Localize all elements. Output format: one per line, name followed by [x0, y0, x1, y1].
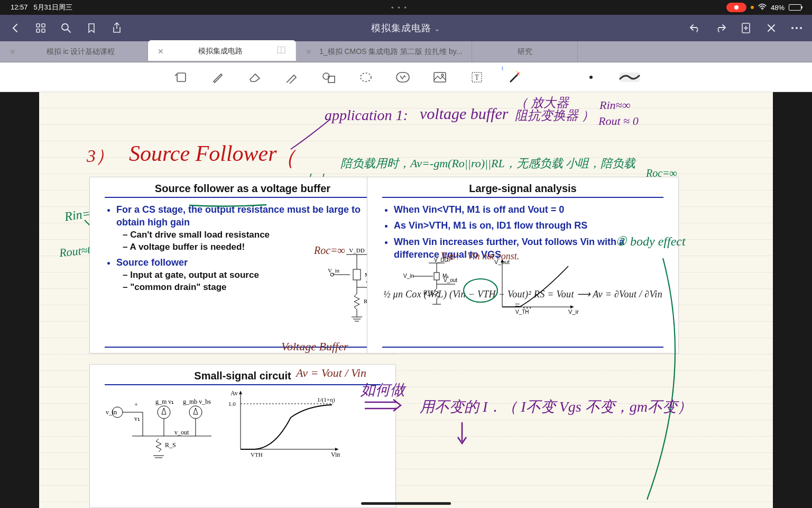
svg-text:g_mb v_bs: g_mb v_bs — [183, 398, 211, 405]
svg-text:V_TH: V_TH — [515, 309, 529, 315]
pen-stroke-preview[interactable] — [619, 72, 640, 82]
screen-record-indicator[interactable] — [726, 3, 746, 12]
tab-bar: ✕ 模拟 ic 设计基础课程 ✕ 模拟集成电路 ✕ 1_模拟 CMOS 集成电路… — [0, 41, 812, 62]
svg-point-22 — [517, 72, 519, 75]
svg-text:v₁: v₁ — [134, 415, 140, 422]
svg-text:v_in: v_in — [106, 409, 117, 416]
back-button[interactable] — [10, 22, 21, 34]
svg-text:V_DD: V_DD — [349, 247, 364, 253]
redo-button[interactable] — [715, 22, 726, 34]
hand-heading-num: 3） — [87, 144, 114, 168]
slide-voltage-buffer: Source follower as a voltage buffer For … — [89, 177, 396, 353]
tab-label: 模拟 ic 设计基础课程 — [23, 47, 138, 57]
sticker-tool-icon[interactable] — [394, 68, 412, 86]
text-tool-icon[interactable]: T — [468, 68, 486, 86]
svg-point-19 — [441, 74, 444, 76]
hand-note-top: 陪负载用时，Av=-gm(Ro||ro)||RL，无感负载 小咀，陪负载 — [340, 156, 635, 171]
hand-not-const: Vin not const. — [467, 251, 519, 262]
document-title[interactable]: 模拟集成电路 — [136, 22, 676, 34]
image-tool-icon[interactable] — [431, 68, 449, 86]
hand-app1b: voltage buffer — [420, 105, 508, 123]
svg-line-6 — [68, 30, 70, 32]
nav-right-group — [689, 22, 802, 34]
hand-down-arrow — [451, 420, 473, 447]
tab-item-0[interactable]: ✕ 模拟 ic 设计基础课程 — [0, 41, 148, 62]
svg-text:1/(1+η): 1/(1+η) — [317, 396, 335, 403]
hand-vgs: Vgs↑ — [441, 251, 460, 262]
close-icon[interactable]: ✕ — [10, 48, 16, 56]
sub-bullet: Can't drive small load resistance — [116, 229, 381, 241]
battery-percent: 48% — [771, 4, 785, 12]
svg-text:V_in: V_in — [568, 309, 579, 315]
svg-text:Av: Av — [230, 389, 238, 397]
wifi-icon — [758, 4, 767, 12]
tab-item-3[interactable]: 研究 — [472, 41, 578, 62]
svg-marker-82 — [239, 391, 242, 394]
pen-color-swatch[interactable] — [582, 68, 600, 86]
svg-point-11 — [796, 27, 798, 29]
svg-point-0 — [762, 8, 763, 10]
close-button[interactable] — [765, 22, 777, 34]
canvas-area[interactable]: 3） Source Follower （ application 1: volt… — [0, 92, 812, 508]
lasso-tool-icon[interactable] — [357, 68, 375, 86]
hand-bracket: （ 放大器阻抗变换器 ） — [515, 96, 594, 122]
svg-text:VTH: VTH — [251, 451, 263, 458]
laser-pointer-tool-icon[interactable]: ᚼ — [505, 68, 523, 86]
hand-how: 如何做 — [361, 380, 405, 400]
svg-text:Vin: Vin — [331, 451, 340, 458]
svg-text:R_S: R_S — [423, 290, 434, 296]
eraser-tool-icon[interactable] — [246, 68, 264, 86]
status-right: 48% — [726, 3, 801, 12]
status-bar: 12:57 5月31日周三 • • • 48% — [0, 0, 812, 15]
vout-vin-plot: V_in V_out V_TH — [494, 257, 579, 315]
hand-rdc: Roc=∞ — [314, 244, 345, 257]
svg-text:g_m v₁: g_m v₁ — [155, 398, 174, 405]
hand-av-ratio: Av = Vout / Vin — [296, 366, 366, 380]
slide-title: Source follower as a voltage buffer — [105, 183, 381, 198]
svg-text:+: + — [134, 401, 138, 409]
svg-rect-26 — [353, 269, 361, 280]
app-toolbar: 模拟集成电路 — [0, 15, 812, 41]
status-date: 5月31日周三 — [33, 3, 72, 11]
svg-marker-66 — [162, 408, 166, 414]
status-time-date: 12:57 5月31日周三 — [11, 3, 72, 12]
svg-text:V_in: V_in — [328, 267, 340, 274]
svg-rect-42 — [434, 273, 439, 280]
hand-app1: application 1: — [325, 107, 408, 124]
slide-bullet: As Vin>VTH, M1 is on, ID1 flow through R… — [394, 219, 663, 232]
hand-use-const: 用不变的 I．（ I不变 Vgs 不变，gm不变） — [420, 397, 692, 417]
note-page[interactable]: 3） Source Follower （ application 1: volt… — [39, 92, 773, 508]
close-icon[interactable]: ✕ — [306, 48, 312, 56]
book-outline-icon — [276, 46, 286, 56]
grid-icon[interactable] — [35, 22, 47, 34]
svg-text:v_out: v_out — [174, 429, 189, 436]
add-page-button[interactable] — [740, 22, 752, 34]
undo-button[interactable] — [689, 22, 701, 34]
pen-tool-icon[interactable] — [209, 68, 227, 86]
home-indicator[interactable] — [361, 502, 451, 505]
svg-rect-4 — [42, 29, 45, 32]
close-icon[interactable]: ✕ — [158, 47, 164, 56]
shape-tool-icon[interactable] — [320, 68, 338, 86]
search-icon[interactable] — [60, 22, 72, 34]
svg-text:T: T — [475, 74, 479, 81]
tab-item-2[interactable]: ✕ 1_模拟 CMOS 集成电路 第二版 拉扎维 by... — [296, 41, 472, 62]
svg-rect-13 — [177, 73, 186, 81]
svg-point-16 — [361, 73, 371, 81]
highlighter-tool-icon[interactable] — [283, 68, 301, 86]
more-icon[interactable] — [791, 22, 802, 34]
hand-rout: Rout ≈ 0 — [598, 114, 639, 128]
svg-rect-18 — [434, 72, 446, 82]
green-circle — [462, 277, 499, 304]
status-time: 12:57 — [11, 3, 28, 11]
document-title-text: 模拟集成电路 — [371, 23, 431, 33]
tab-item-1[interactable]: ✕ 模拟集成电路 — [148, 40, 296, 61]
bookmark-icon[interactable] — [86, 22, 97, 34]
svg-rect-1 — [36, 24, 40, 27]
bullet-text: Source follower — [116, 257, 188, 268]
share-icon[interactable] — [111, 22, 123, 34]
av-plot: Av Vin 1.0 1/(1+η) VTH — [227, 386, 359, 449]
svg-text:1.0: 1.0 — [228, 401, 236, 407]
multitask-dots[interactable]: • • • — [72, 4, 726, 12]
readonly-mode-icon[interactable] — [172, 68, 190, 86]
